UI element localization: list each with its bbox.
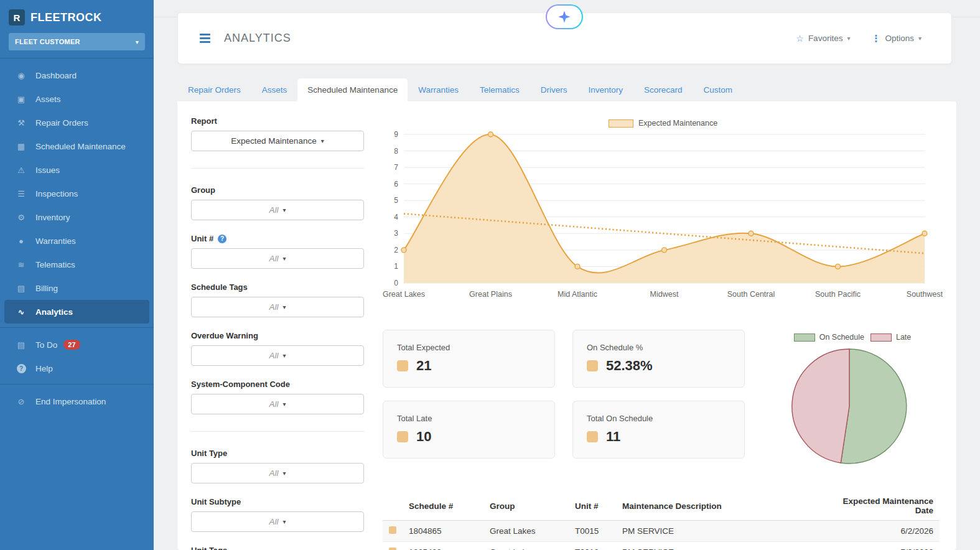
sidebar-item-label: Billing	[35, 284, 58, 293]
report-select[interactable]: Expected Maintenance ▾	[191, 131, 364, 151]
sidebar-item-telematics[interactable]: ≋ Telematics	[0, 253, 154, 276]
tab-scorecard[interactable]: Scorecard	[633, 78, 693, 101]
fleet-customer-selector[interactable]: FLEET CUSTOMER ▾	[9, 33, 145, 50]
svg-text:Midwest: Midwest	[650, 290, 679, 299]
sidebar-item-label: Warranties	[35, 236, 76, 246]
options-button[interactable]: ⋮ Options ▾	[871, 33, 922, 44]
table-row[interactable]: 1804865 Great Lakes T0015 PM SERVICE 6/2…	[383, 521, 940, 542]
sidebar-item-todo[interactable]: ▤ To Do 27	[0, 333, 154, 357]
svg-text:4: 4	[394, 213, 398, 221]
sidebar-item-label: Inspections	[35, 189, 78, 198]
dashboard-icon: ◉	[15, 71, 27, 80]
svg-text:6: 6	[394, 180, 398, 189]
sidebar-item-warranties[interactable]: ● Warranties	[0, 229, 154, 253]
sidebar-nav: ◉ Dashboard ▣ Assets ⚒ Repair Orders ▦ S…	[0, 63, 154, 324]
tab-assets[interactable]: Assets	[251, 78, 298, 101]
table-header-icon	[383, 492, 403, 521]
swatch-icon	[587, 431, 598, 442]
chevron-down-icon: ▾	[282, 518, 286, 525]
tab-drivers[interactable]: Drivers	[530, 78, 578, 101]
divider	[0, 58, 154, 58]
chevron-down-icon: ▾	[282, 207, 286, 213]
invoice-icon: ▤	[15, 284, 27, 293]
sidebar-item-scheduled-maintenance[interactable]: ▦ Scheduled Maintenance	[0, 134, 154, 158]
tab-inventory[interactable]: Inventory	[577, 78, 633, 101]
ai-assistant-button[interactable]	[546, 4, 583, 29]
chevron-down-icon: ▾	[136, 39, 139, 45]
chart-legend: Expected Maintenance	[609, 119, 717, 128]
sidebar-item-billing[interactable]: ▤ Billing	[0, 276, 154, 300]
chevron-down-icon: ▾	[282, 470, 286, 477]
cell-description: PM SERVICE	[616, 542, 828, 550]
sidebar-item-end-impersonation[interactable]: ⊘ End Impersonation	[0, 389, 154, 413]
cell-date: 7/3/2026	[828, 542, 940, 550]
group-select[interactable]: All ▾	[191, 200, 364, 220]
warning-triangle-icon: ⚠	[15, 165, 27, 175]
favorites-button[interactable]: ☆ Favorites ▾	[796, 34, 850, 44]
tab-repair-orders[interactable]: Repair Orders	[177, 78, 251, 101]
table-header-unit[interactable]: Unit #	[569, 492, 616, 521]
eye-slash-icon: ⊘	[15, 397, 27, 406]
legend-label: On Schedule	[819, 333, 864, 342]
divider	[191, 168, 364, 169]
tab-warranties[interactable]: Warranties	[408, 78, 469, 101]
wifi-icon: ≋	[15, 260, 27, 269]
sidebar-item-assets[interactable]: ▣ Assets	[0, 87, 154, 111]
filter-label-report: Report	[191, 116, 217, 126]
favorites-label: Favorites	[808, 34, 843, 43]
stat-card-on-schedule-pct: On Schedule % 52.38%	[572, 330, 745, 388]
svg-text:7: 7	[394, 163, 398, 172]
sidebar-item-inventory[interactable]: ⚙ Inventory	[0, 205, 154, 229]
unit-type-select[interactable]: All ▾	[191, 463, 364, 483]
legend-swatch-icon	[609, 119, 633, 128]
overdue-warning-select[interactable]: All ▾	[191, 345, 364, 366]
table-header-description[interactable]: Maintenance Description	[616, 492, 828, 521]
filter-label-system-component-code: System-Component Code	[191, 380, 290, 389]
system-component-code-select[interactable]: All ▾	[191, 394, 364, 414]
sidebar-item-label: End Impersonation	[35, 397, 106, 406]
sidebar-item-inspections[interactable]: ☰ Inspections	[0, 182, 154, 205]
scheduled-maintenance-panel: Report Expected Maintenance ▾ Group All …	[177, 101, 956, 550]
sidebar-item-analytics[interactable]: ∿ Analytics	[4, 300, 149, 324]
sidebar-item-repair-orders[interactable]: ⚒ Repair Orders	[0, 111, 154, 134]
cell-date: 6/2/2026	[828, 521, 940, 542]
stat-label: Total On Schedule	[587, 414, 744, 423]
schedule-tags-select-value: All	[269, 302, 278, 312]
table-header-group[interactable]: Group	[483, 492, 569, 521]
table-row[interactable]: 1865409 Great Lakes T0016 PM SERVICE 7/3…	[383, 542, 940, 550]
group-select-value: All	[269, 205, 278, 215]
menu-icon[interactable]	[200, 34, 210, 43]
pie-chart-svg	[790, 347, 908, 465]
tab-telematics[interactable]: Telematics	[469, 78, 530, 101]
cell-schedule: 1865409	[403, 542, 483, 550]
sidebar-item-help[interactable]: ? Help	[0, 357, 154, 380]
sparkle-icon	[558, 10, 571, 24]
kebab-menu-icon: ⋮	[871, 33, 880, 44]
sidebar-item-dashboard[interactable]: ◉ Dashboard	[0, 63, 154, 87]
help-icon[interactable]: ?	[218, 235, 226, 243]
gears-icon: ⚙	[15, 213, 27, 222]
svg-text:8: 8	[394, 147, 398, 156]
tab-custom[interactable]: Custom	[693, 78, 744, 101]
tab-scheduled-maintenance[interactable]: Scheduled Maintenance	[297, 78, 408, 101]
filter-label-unit-tags: Unit Tags	[191, 546, 227, 550]
svg-text:Mid Atlantic: Mid Atlantic	[558, 290, 597, 299]
unit-select[interactable]: All ▾	[191, 248, 364, 269]
status-swatch-icon	[389, 548, 396, 550]
table-header-schedule[interactable]: Schedule #	[403, 492, 483, 521]
filter-label-unit-type: Unit Type	[191, 449, 227, 458]
schedule-tags-select[interactable]: All ▾	[191, 297, 364, 317]
sidebar-item-label: To Do	[35, 340, 57, 350]
chevron-down-icon: ▾	[321, 138, 324, 144]
filter-label-unit-subtype: Unit Subtype	[191, 497, 241, 506]
sidebar-item-label: Telematics	[35, 260, 75, 269]
cell-description: PM SERVICE	[616, 521, 828, 542]
sidebar-item-issues[interactable]: ⚠ Issues	[0, 158, 154, 182]
page-title: ANALYTICS	[224, 32, 291, 45]
table-header-date[interactable]: Expected Maintenance Date	[828, 492, 940, 521]
unit-subtype-select[interactable]: All ▾	[191, 511, 364, 532]
on-schedule-pie-chart: On Schedule Late	[790, 333, 915, 468]
stat-label: On Schedule %	[587, 343, 744, 352]
stat-value: 10	[416, 429, 431, 445]
fleetrock-logo-icon: R	[9, 9, 25, 26]
